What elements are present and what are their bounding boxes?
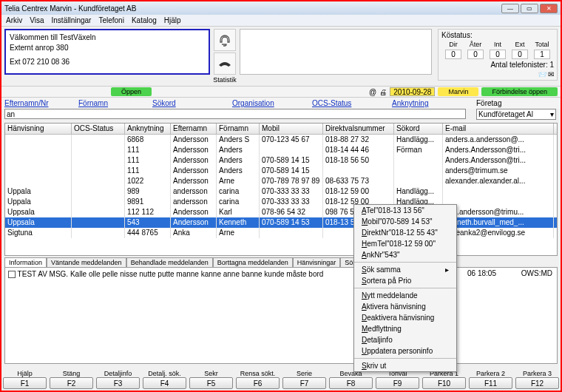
- menu-visa[interactable]: Visa: [30, 16, 44, 24]
- tab-behandlade-meddelanden[interactable]: Behandlade meddelanden: [126, 257, 213, 267]
- table-row[interactable]: Uppala989anderssoncarina070-333 33 33018…: [5, 186, 557, 197]
- col-7[interactable]: Sökord: [394, 124, 443, 134]
- fkey-f1[interactable]: F1: [3, 377, 47, 389]
- info-status: OWS:MD: [521, 269, 552, 277]
- kostatus-v-ater: 0: [467, 50, 484, 59]
- menu-hjalp[interactable]: Hjälp: [164, 16, 181, 24]
- cell: [5, 135, 72, 145]
- table-row[interactable]: Sigtuna444 8765AnkaArnepplicationsarnean…: [5, 228, 557, 238]
- table-row[interactable]: 6868AnderssonAnders S070-123 45 67018-88…: [5, 135, 557, 145]
- headset-icon[interactable]: [214, 29, 236, 51]
- fkey-f4[interactable]: F4: [143, 377, 186, 389]
- col-1[interactable]: OCS-Status: [72, 124, 125, 134]
- tab-hänvisningar[interactable]: Hänvisningar: [293, 257, 341, 267]
- ctx-item[interactable]: Skriv ut: [354, 360, 456, 371]
- cell: [72, 217, 125, 228]
- close-button[interactable]: ✕: [540, 4, 558, 13]
- ctx-item[interactable]: Nytt meddelande: [354, 290, 456, 301]
- col-6[interactable]: Direktvalsnummer: [323, 124, 394, 134]
- fkey-f6[interactable]: F6: [236, 377, 280, 389]
- sh-organisation[interactable]: Organisation: [232, 99, 312, 107]
- cell: 070-589 14 15: [260, 166, 323, 176]
- ctx-item[interactable]: DirektNr"018-12 55 43": [354, 227, 456, 238]
- kostatus-h-int: Int: [487, 41, 508, 48]
- fkey-f10[interactable]: F10: [422, 377, 466, 389]
- col-3[interactable]: Efternamn: [171, 124, 217, 134]
- tab-väntande-meddelanden[interactable]: Väntande meddelanden: [47, 257, 126, 267]
- ctx-item[interactable]: Uppdatera personinfo: [354, 345, 456, 356]
- cell: 6868: [125, 135, 171, 145]
- oppen-status[interactable]: Öppen: [111, 87, 152, 96]
- fkey-f3[interactable]: F3: [96, 377, 140, 389]
- fkey-f5[interactable]: F5: [189, 377, 233, 389]
- cell: Kenneth: [217, 217, 260, 228]
- ctx-item[interactable]: Sortera på Prio: [354, 275, 456, 286]
- cell: [72, 186, 125, 197]
- fkey-f2[interactable]: F2: [50, 377, 93, 389]
- menu-katalog[interactable]: Katalog: [132, 16, 157, 24]
- table-row[interactable]: 111AnderssonAnders070-589 14 15018-18 56…: [5, 155, 557, 166]
- cell: Anders.Andersson@tri...: [443, 145, 554, 155]
- ctx-item[interactable]: Medflyttning: [354, 323, 456, 334]
- foretag-combo[interactable]: Kundföretaget Al▾: [476, 109, 556, 120]
- cell: [72, 135, 125, 145]
- print-icon[interactable]: 🖨: [379, 88, 387, 96]
- maximize-button[interactable]: ▭: [521, 4, 538, 13]
- cell: [5, 166, 72, 176]
- cell: Uppala: [5, 197, 72, 207]
- sh-efternamn[interactable]: Efternamn/Nr: [4, 99, 78, 107]
- mail-tray-icon[interactable]: 📨: [538, 70, 546, 78]
- fkey-f11[interactable]: F11: [469, 377, 512, 389]
- table-row[interactable]: Uppsala112 112AnderssonKarl078-96 54 320…: [5, 207, 557, 217]
- ctx-item[interactable]: Sök samma: [354, 264, 456, 275]
- table-row[interactable]: 111AnderssonAnders070-589 14 15anders@tr…: [5, 166, 557, 176]
- envelope-icon[interactable]: ✉: [548, 70, 554, 78]
- col-2[interactable]: Anknytning: [125, 124, 171, 134]
- sh-fornamn[interactable]: Förnamn: [78, 99, 152, 107]
- table-row[interactable]: Uppala9891anderssoncarina070-333 33 3301…: [5, 197, 557, 207]
- col-4[interactable]: Förnamn: [217, 124, 260, 134]
- ctx-item[interactable]: Aktivera hänvisning: [354, 301, 456, 312]
- cell: [5, 176, 72, 186]
- cell: 018-18 56 50: [323, 155, 394, 166]
- col-0[interactable]: Hänvisning: [5, 124, 72, 134]
- phone-icon[interactable]: [214, 53, 236, 75]
- at-icon[interactable]: @: [369, 88, 376, 96]
- ctx-item[interactable]: Mobil"070-589 14 53": [354, 216, 456, 227]
- result-grid[interactable]: HänvisningOCS-StatusAnknytningEfternamnF…: [4, 123, 558, 256]
- sh-ocsstatus[interactable]: OCS-Status: [312, 99, 392, 107]
- fkey-f12[interactable]: F12: [515, 377, 559, 389]
- tab-borttagna-meddelanden[interactable]: Borttagna meddelanden: [213, 257, 293, 267]
- col-8[interactable]: E-mail: [443, 124, 554, 134]
- minimize-button[interactable]: —: [501, 4, 519, 13]
- date-display[interactable]: 2010-09-28: [390, 87, 435, 96]
- table-row[interactable]: Uppsala543AnderssonKenneth070-589 14 530…: [5, 217, 557, 228]
- menu-installningar[interactable]: Inställningar: [52, 16, 92, 24]
- search-input[interactable]: [4, 109, 466, 119]
- fkey-f8[interactable]: F8: [329, 377, 373, 389]
- ctx-item[interactable]: AnkNr"543": [354, 249, 456, 260]
- col-5[interactable]: Mobil: [260, 124, 323, 134]
- info-msg: TEST AV MSG. Kalle olle pelle nisse nutt…: [18, 270, 324, 278]
- table-row[interactable]: 1022AnderssonArne070-789 78 97 8908-633 …: [5, 176, 557, 186]
- cell: Arne: [217, 228, 260, 238]
- table-row[interactable]: 111AnderssonAnders018-14 44 46FörmanAnde…: [5, 145, 557, 155]
- menu-telefoni[interactable]: Telefoni: [98, 16, 123, 24]
- menu-arkiv[interactable]: Arkiv: [6, 16, 22, 24]
- cell: [5, 155, 72, 166]
- ctx-item[interactable]: HemTel"018-12 59 00": [354, 238, 456, 249]
- tab-information[interactable]: Information: [4, 257, 47, 267]
- sh-anknytning[interactable]: Anknytning: [392, 99, 466, 107]
- foretag-label: Företag: [476, 99, 501, 107]
- window-title: Telia Centrex Marvin - Kundföretaget AB: [4, 4, 136, 13]
- cell: Anders.Andersson@tri...: [443, 155, 554, 166]
- cell: Sigtuna: [5, 228, 72, 238]
- fkey-f9[interactable]: F9: [376, 377, 419, 389]
- ctx-item[interactable]: ATel"018-13 13 56": [354, 205, 456, 216]
- ctx-item[interactable]: Deaktivera hänvisning: [354, 312, 456, 323]
- cell: carina: [217, 186, 260, 197]
- fkey-f7[interactable]: F7: [282, 377, 326, 389]
- ctx-item[interactable]: Detaljinfo: [354, 334, 456, 345]
- sh-sokord[interactable]: Sökord: [152, 99, 232, 107]
- msg-checkbox[interactable]: [8, 271, 16, 278]
